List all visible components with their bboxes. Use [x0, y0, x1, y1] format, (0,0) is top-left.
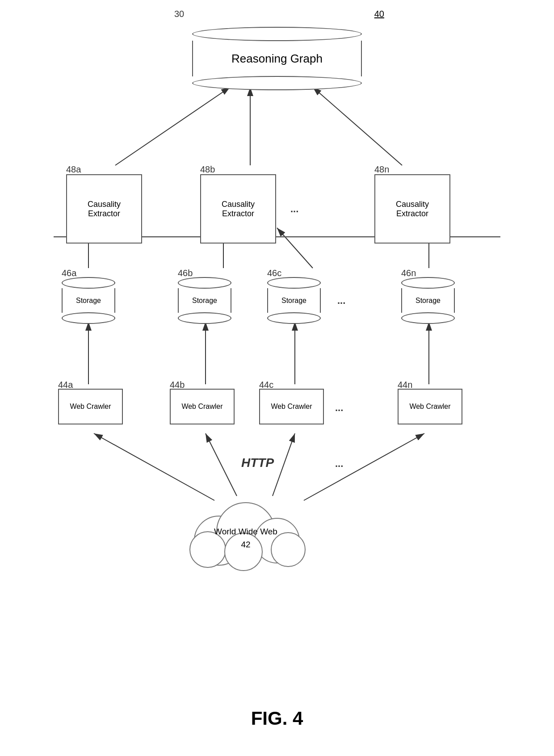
- causality-extractor-a: Causality Extractor: [66, 174, 142, 244]
- web-crawler-n: Web Crawler: [398, 389, 462, 424]
- wc-b-number: 44b: [170, 380, 185, 390]
- svg-line-3: [313, 87, 402, 165]
- st-dots: ...: [337, 295, 345, 307]
- reasoning-graph-container: 30 40 Reasoning Graph: [174, 27, 380, 90]
- http-dots: ...: [335, 458, 343, 470]
- storage-c: Storage: [267, 277, 321, 324]
- wc-n-number: 44n: [398, 380, 412, 390]
- st-n-number: 46n: [401, 268, 416, 278]
- arrows-svg: [0, 0, 554, 756]
- storage-a: Storage: [62, 277, 115, 324]
- cloud-container: World Wide Web 42: [174, 483, 317, 574]
- reasoning-graph-shape: Reasoning Graph: [192, 27, 362, 90]
- ce-b-number: 48b: [200, 164, 215, 175]
- web-crawler-a: Web Crawler: [58, 389, 123, 424]
- svg-line-6: [277, 228, 313, 268]
- http-label: HTTP: [241, 456, 274, 470]
- st-c-number: 46c: [267, 268, 281, 278]
- wc-dots: ...: [335, 402, 343, 414]
- storage-b: Storage: [178, 277, 231, 324]
- ce-dots: ...: [290, 203, 298, 215]
- wc-a-number: 44a: [58, 380, 73, 390]
- web-crawler-b: Web Crawler: [170, 389, 235, 424]
- svg-line-1: [115, 87, 230, 165]
- st-b-number: 46b: [178, 268, 193, 278]
- web-crawler-c: Web Crawler: [259, 389, 324, 424]
- ce-n-number: 48n: [374, 164, 389, 175]
- cloud-label: World Wide Web 42: [212, 525, 279, 550]
- causality-extractor-b: Causality Extractor: [200, 174, 276, 244]
- st-a-number: 46a: [62, 268, 76, 278]
- reasoning-graph-number: 30: [174, 9, 184, 19]
- diagram: 30 40 Reasoning Graph Causality Extracto…: [0, 0, 554, 756]
- reasoning-graph-ref: 40: [374, 9, 384, 19]
- storage-n: Storage: [401, 277, 455, 324]
- wc-c-number: 44c: [259, 380, 273, 390]
- figure-label: FIG. 4: [251, 708, 303, 729]
- reasoning-graph-label: Reasoning Graph: [231, 52, 323, 66]
- causality-extractor-n: Causality Extractor: [374, 174, 450, 244]
- svg-line-15: [304, 433, 424, 500]
- ce-a-number: 48a: [66, 164, 81, 175]
